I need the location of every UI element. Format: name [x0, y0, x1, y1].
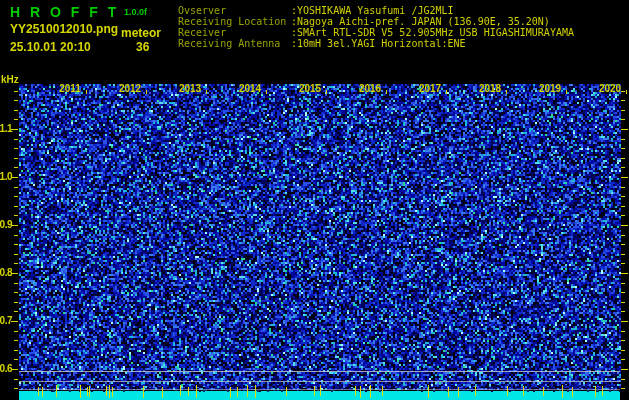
- metadata-label: Receiving Location: [178, 16, 291, 27]
- metadata-block: Ovserver :YOSHIKAWA Yasufumi /JG2MLI Rec…: [178, 5, 574, 49]
- y-tick-label: 0.7: [0, 315, 12, 326]
- hrofft-output-screen: H R O F F T 1.0.0f YY2510012010.png mete…: [0, 0, 629, 400]
- x-tick-label: 2016: [354, 83, 386, 94]
- mode-label: meteor: [121, 26, 161, 40]
- y-tick-label: 0.6: [0, 363, 12, 374]
- y-tick-label: 1.0: [0, 171, 12, 182]
- metadata-label: Receiver: [178, 27, 291, 38]
- meteor-count: 36: [136, 40, 149, 54]
- x-tick-label: 2017: [414, 83, 446, 94]
- x-tick-label: 2018: [474, 83, 506, 94]
- metadata-value: :SMArt RTL-SDR V5 52.905MHz USB HIGASHIM…: [291, 27, 574, 38]
- metadata-value: :YOSHIKAWA Yasufumi /JG2MLI: [291, 5, 454, 16]
- x-tick-label: 2014: [234, 83, 266, 94]
- metadata-value: :10mH 3el.YAGI Horizontal:ENE: [291, 38, 466, 49]
- y-tick-label: 0.8: [0, 267, 12, 278]
- metadata-row-receiver: Receiver :SMArt RTL-SDR V5 52.905MHz USB…: [178, 27, 574, 38]
- metadata-row-observer: Ovserver :YOSHIKAWA Yasufumi /JG2MLI: [178, 5, 574, 16]
- spectrogram-canvas: [0, 0, 629, 400]
- metadata-value: :Nagoya Aichi-pref. JAPAN (136.90E, 35.2…: [291, 16, 550, 27]
- x-tick-label: 2019: [534, 83, 566, 94]
- metadata-label: Ovserver: [178, 5, 291, 16]
- x-tick-label: 2011: [54, 83, 86, 94]
- output-filename: YY2510012010.png: [10, 22, 118, 36]
- y-axis-unit-label: kHz: [1, 74, 19, 85]
- x-tick-label: 2012: [114, 83, 146, 94]
- y-tick-label: 1.1: [0, 123, 12, 134]
- x-tick-label: 2020: [594, 83, 626, 94]
- x-tick-label: 2015: [294, 83, 326, 94]
- app-title: H R O F F T: [10, 4, 119, 20]
- observation-datetime: 25.10.01 20:10: [10, 40, 91, 54]
- x-tick-label: 2013: [174, 83, 206, 94]
- metadata-label: Receiving Antenna: [178, 38, 291, 49]
- y-tick-label: 0.9: [0, 219, 12, 230]
- metadata-row-location: Receiving Location :Nagoya Aichi-pref. J…: [178, 16, 574, 27]
- metadata-row-antenna: Receiving Antenna :10mH 3el.YAGI Horizon…: [178, 38, 574, 49]
- app-version-label: 1.0.0f: [124, 7, 147, 17]
